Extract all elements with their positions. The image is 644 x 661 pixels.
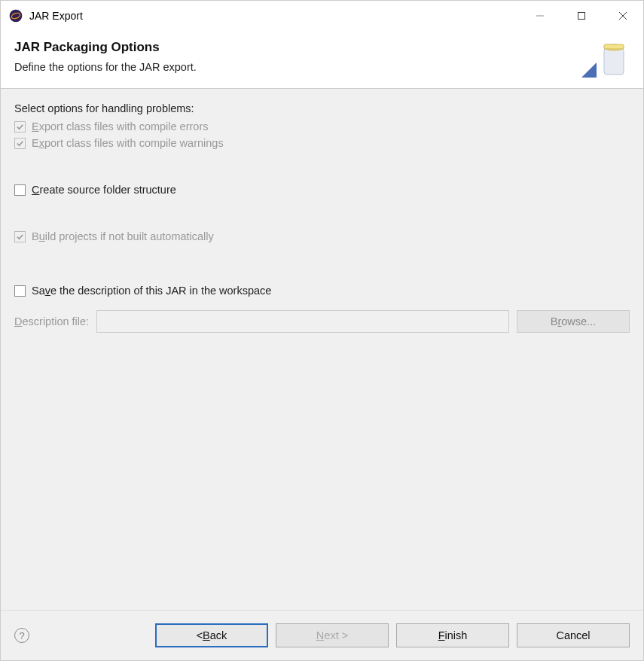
window-title: JAR Export xyxy=(29,10,519,22)
export-errors-label: Export class files with compile errors xyxy=(32,120,209,133)
svg-marker-6 xyxy=(581,62,597,78)
build-projects-label: Build projects if not built automaticall… xyxy=(32,230,214,242)
description-file-label: Description file: xyxy=(14,315,89,327)
banner-title: JAR Packaging Options xyxy=(14,40,581,55)
save-description-row: Save the description of this JAR in the … xyxy=(14,285,630,297)
create-source-checkbox[interactable] xyxy=(14,184,26,196)
export-errors-checkbox xyxy=(14,121,26,133)
description-file-row: Description file: Browse... xyxy=(14,310,630,333)
jar-export-dialog: JAR Export JAR Packaging Options Define … xyxy=(0,0,644,661)
help-icon[interactable]: ? xyxy=(14,628,29,643)
create-source-row: Create source folder structure xyxy=(14,184,630,196)
export-warnings-label: Export class files with compile warnings xyxy=(32,137,224,149)
next-button: Next > xyxy=(276,623,389,647)
create-source-label: Create source folder structure xyxy=(32,184,176,196)
export-warnings-row: Export class files with compile warnings xyxy=(14,137,630,149)
banner-subtitle: Define the options for the JAR export. xyxy=(14,61,581,73)
maximize-button[interactable] xyxy=(560,1,602,31)
description-file-input xyxy=(96,310,509,333)
export-errors-row: Export class files with compile errors xyxy=(14,120,630,133)
svg-rect-7 xyxy=(604,47,624,75)
banner-text: JAR Packaging Options Define the options… xyxy=(14,40,581,73)
back-button[interactable]: < Back xyxy=(155,623,268,647)
svg-rect-9 xyxy=(604,44,624,49)
button-bar: ? < Back Next > Finish Cancel xyxy=(1,611,643,660)
cancel-button[interactable]: Cancel xyxy=(517,623,630,647)
save-description-label: Save the description of this JAR in the … xyxy=(32,285,271,297)
build-projects-checkbox xyxy=(14,231,26,242)
eclipse-icon xyxy=(8,8,23,23)
export-warnings-checkbox xyxy=(14,138,26,149)
browse-button: Browse... xyxy=(517,310,630,333)
minimize-button[interactable] xyxy=(519,1,560,31)
titlebar: JAR Export xyxy=(1,1,643,31)
jar-icon xyxy=(581,40,630,78)
wizard-banner: JAR Packaging Options Define the options… xyxy=(1,31,643,89)
body-area: Select options for handling problems: Ex… xyxy=(1,89,643,611)
finish-button[interactable]: Finish xyxy=(396,623,509,647)
build-projects-row: Build projects if not built automaticall… xyxy=(14,230,630,242)
save-description-checkbox[interactable] xyxy=(14,285,26,297)
problems-section-label: Select options for handling problems: xyxy=(14,102,630,114)
window-controls xyxy=(519,1,643,31)
close-button[interactable] xyxy=(602,1,643,31)
svg-rect-3 xyxy=(578,13,584,20)
